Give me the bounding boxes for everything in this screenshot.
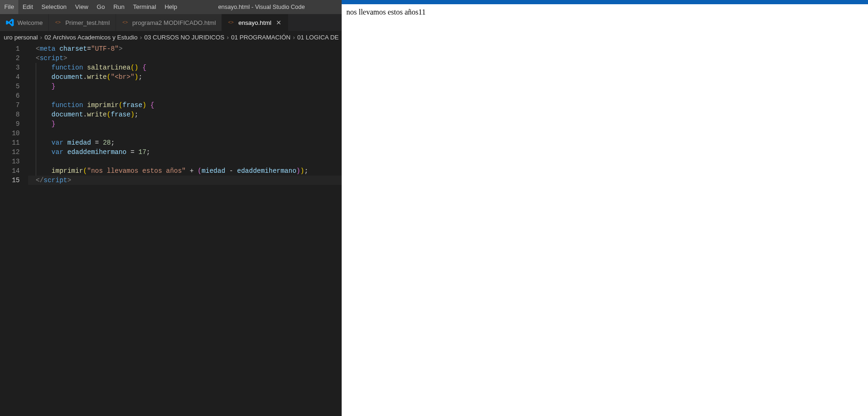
menu-edit[interactable]: Edit	[18, 0, 37, 14]
line-number: 11	[0, 138, 20, 147]
tab-label: Primer_test.html	[65, 19, 110, 26]
tab-programa2-modificado-html[interactable]: <>programa2 MODIFICADO.html	[116, 14, 222, 31]
code-line[interactable]	[28, 157, 342, 166]
close-icon[interactable]	[275, 19, 282, 26]
line-number: 13	[0, 157, 20, 166]
breadcrumb-item[interactable]: 01 PROGRAMACIÓN	[231, 34, 290, 41]
menu-selection[interactable]: Selection	[37, 0, 70, 14]
chevron-right-icon: ›	[40, 34, 42, 41]
browser-window: nos llevamos estos años11	[342, 0, 868, 416]
code-line[interactable]	[28, 129, 342, 138]
svg-text:<>: <>	[228, 20, 234, 25]
line-number: 2	[0, 54, 20, 63]
line-number: 8	[0, 110, 20, 119]
breadcrumb-item[interactable]: 02 Archivos Academicos y Estudio	[45, 34, 138, 41]
chevron-right-icon: ›	[293, 34, 295, 41]
line-number: 6	[0, 91, 20, 100]
line-number: 10	[0, 129, 20, 138]
code-line[interactable]	[28, 91, 342, 100]
browser-title-bar	[342, 0, 868, 4]
menu-terminal[interactable]: Terminal	[129, 0, 160, 14]
line-number: 7	[0, 100, 20, 110]
code-line[interactable]: <script>	[28, 54, 342, 63]
vscode-icon	[6, 18, 14, 27]
menu-help[interactable]: Help	[160, 0, 181, 14]
menu-go[interactable]: Go	[93, 0, 109, 14]
tab-label: ensayo.html	[238, 19, 271, 26]
line-number: 12	[0, 147, 20, 157]
breadcrumb-item[interactable]: uro personal	[4, 34, 38, 41]
code-line[interactable]: }	[28, 82, 342, 91]
tab-ensayo-html[interactable]: <>ensayo.html	[222, 14, 289, 31]
breadcrumbs[interactable]: uro personal›02 Archivos Academicos y Es…	[0, 31, 342, 43]
tab-welcome[interactable]: Welcome	[0, 14, 49, 31]
tab-close-button[interactable]	[275, 19, 282, 26]
html-file-icon: <>	[55, 19, 62, 26]
line-number: 14	[0, 166, 20, 176]
line-number: 1	[0, 44, 20, 54]
line-number: 9	[0, 119, 20, 129]
breadcrumb-item[interactable]: 01 LOGICA DE	[297, 34, 339, 41]
line-number: 5	[0, 82, 20, 91]
menu-run[interactable]: Run	[109, 0, 129, 14]
line-number: 15	[0, 176, 20, 185]
chevron-right-icon: ›	[227, 34, 228, 41]
html-file-icon: <>	[227, 19, 235, 26]
menu-bar: File Edit Selection View Go Run Terminal…	[0, 0, 342, 14]
code-area[interactable]: <meta charset="UTF-8"><script> function …	[28, 43, 342, 416]
line-number: 4	[0, 72, 20, 82]
tab-primer-test-html[interactable]: <>Primer_test.html	[49, 14, 116, 31]
svg-text:<>: <>	[122, 20, 128, 25]
window-title: ensayo.html - Visual Studio Code	[181, 4, 342, 10]
code-line[interactable]: var miedad = 28;	[28, 138, 342, 147]
editor-tabs: Welcome<>Primer_test.html<>programa2 MOD…	[0, 14, 342, 31]
code-line[interactable]: function saltarLinea() {	[28, 63, 342, 72]
code-line[interactable]: </script>	[28, 176, 342, 185]
code-line[interactable]: imprimir("nos llevamos estos años" + (mi…	[28, 166, 342, 176]
code-line[interactable]: document.write("<br>");	[28, 72, 342, 82]
chevron-right-icon: ›	[140, 34, 142, 41]
breadcrumb-item[interactable]: 03 CURSOS NO JURIDICOS	[144, 34, 224, 41]
code-line[interactable]: }	[28, 119, 342, 129]
code-line[interactable]: function imprimir(frase) {	[28, 100, 342, 110]
svg-text:<>: <>	[55, 20, 61, 25]
vscode-window: File Edit Selection View Go Run Terminal…	[0, 0, 342, 416]
tab-label: Welcome	[17, 19, 43, 26]
line-number-gutter: 123456789101112131415	[0, 43, 28, 416]
menu-file[interactable]: File	[0, 0, 18, 14]
browser-output: nos llevamos estos años11	[342, 4, 868, 20]
menu-view[interactable]: View	[71, 0, 93, 14]
code-editor[interactable]: 123456789101112131415 <meta charset="UTF…	[0, 43, 342, 416]
line-number: 3	[0, 63, 20, 72]
tab-label: programa2 MODIFICADO.html	[133, 19, 216, 26]
code-line[interactable]: var edaddemihermano = 17;	[28, 147, 342, 157]
code-line[interactable]: document.write(frase);	[28, 110, 342, 119]
code-line[interactable]: <meta charset="UTF-8">	[28, 44, 342, 54]
html-file-icon: <>	[122, 19, 129, 26]
